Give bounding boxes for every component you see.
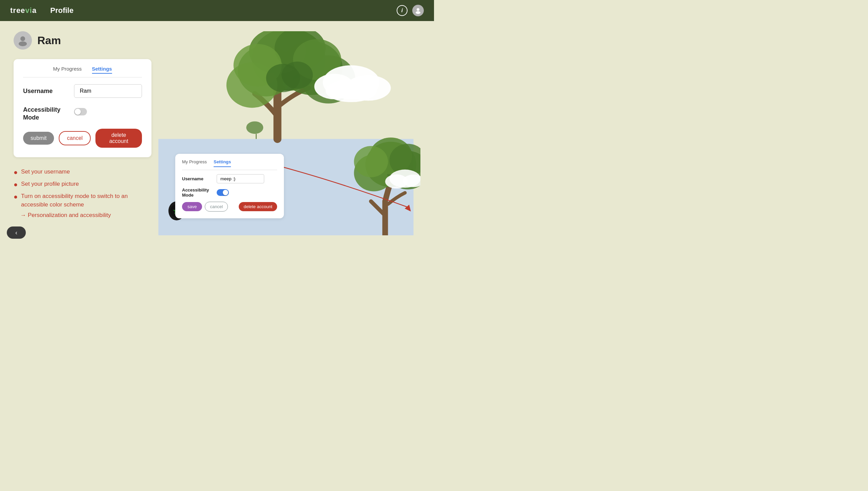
user-name: Ram xyxy=(37,34,61,47)
secondary-username-input[interactable] xyxy=(217,174,264,183)
main-content: Ram My Progress Settings Username Access… xyxy=(0,21,434,246)
svg-point-2 xyxy=(20,36,25,41)
header-left: treevia Profile xyxy=(10,6,73,15)
secondary-settings-card: My Progress Settings Username Accessibil… xyxy=(175,154,284,218)
cancel-button[interactable]: cancel xyxy=(59,131,91,145)
username-label: Username xyxy=(23,88,67,95)
secondary-accessibility-toggle[interactable] xyxy=(217,189,229,196)
secondary-tabs: My Progress Settings xyxy=(182,159,277,170)
right-panel: meep :) My Progress Settings Username Ac… xyxy=(151,31,420,235)
bullet-text-2: Set your profile picture xyxy=(21,180,79,188)
back-icon: ‹ xyxy=(15,229,17,236)
back-button[interactable]: ‹ xyxy=(7,226,26,239)
svg-point-20 xyxy=(326,79,377,102)
secondary-username-row: Username xyxy=(182,174,277,183)
svg-point-26 xyxy=(354,146,388,177)
bullet-item: ● Set your profile picture xyxy=(14,180,151,189)
submit-button[interactable]: submit xyxy=(23,132,54,145)
bullets-section: ● Set your username ● Set your profile p… xyxy=(14,167,151,219)
secondary-tab-settings[interactable]: Settings xyxy=(214,159,231,167)
card-buttons: submit cancel delete account xyxy=(23,129,142,148)
secondary-accessibility-row: AccessibilityMode xyxy=(182,187,277,198)
secondary-tab-my-progress[interactable]: My Progress xyxy=(182,159,207,167)
header-avatar[interactable] xyxy=(412,5,424,16)
svg-point-21 xyxy=(246,121,263,134)
username-row: Username xyxy=(23,84,142,98)
bullet-dot: ● xyxy=(14,180,18,189)
accessibility-toggle[interactable] xyxy=(74,108,87,115)
svg-point-0 xyxy=(417,8,419,11)
settings-card: My Progress Settings Username Accessibil… xyxy=(14,59,151,157)
secondary-save-button[interactable]: save xyxy=(182,202,202,211)
user-heading: Ram xyxy=(14,31,151,50)
bullet-text-3: Turn on accessibility mode to switch to … xyxy=(21,192,151,209)
bullet-dot: ● xyxy=(14,192,18,201)
info-icon[interactable]: i xyxy=(397,5,408,16)
secondary-username-label: Username xyxy=(182,176,213,181)
secondary-accessibility-label: AccessibilityMode xyxy=(182,187,213,198)
svg-point-16 xyxy=(282,61,313,89)
bullet-item: ● Turn on accessibility mode to switch t… xyxy=(14,192,151,209)
tab-settings[interactable]: Settings xyxy=(92,66,112,74)
tab-my-progress[interactable]: My Progress xyxy=(53,66,82,74)
bullet-item: ● Set your username xyxy=(14,167,151,177)
header: treevia Profile i xyxy=(0,0,434,21)
delete-account-button[interactable]: delete account xyxy=(95,129,142,148)
user-avatar xyxy=(14,31,32,50)
accessibility-label: AccessibilityMode xyxy=(23,106,67,122)
logo: treevia xyxy=(10,6,37,15)
secondary-delete-button[interactable]: delete account xyxy=(239,202,277,211)
bullet-dot: ● xyxy=(14,167,18,177)
header-right: i xyxy=(397,5,424,16)
svg-point-3 xyxy=(19,41,27,46)
arrow-note: → Personalization and accessibility xyxy=(20,212,151,219)
bullet-text-1: Set your username xyxy=(21,167,70,176)
tabs: My Progress Settings xyxy=(23,66,142,77)
page-title: Profile xyxy=(50,6,73,15)
left-panel: Ram My Progress Settings Username Access… xyxy=(14,31,151,235)
accessibility-row: AccessibilityMode xyxy=(23,105,142,122)
username-input[interactable] xyxy=(74,84,142,98)
svg-point-1 xyxy=(416,11,420,14)
secondary-cancel-button[interactable]: cancel xyxy=(205,202,228,212)
secondary-buttons: save cancel delete account xyxy=(182,202,277,212)
